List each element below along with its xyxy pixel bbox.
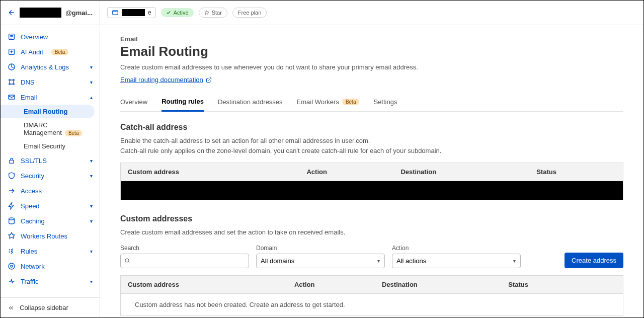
chevron-down-icon: ▾: [90, 64, 93, 70]
sidebar: @gmai... OverviewAI AuditBetaAnalytics &…: [1, 1, 100, 317]
sidebar-item-speed[interactable]: Speed▾: [1, 198, 100, 213]
email-icon: [8, 93, 16, 101]
sidebar-item-traffic[interactable]: Traffic▾: [1, 274, 100, 289]
svg-point-4: [13, 80, 15, 81]
network-icon: [8, 262, 16, 270]
external-link-icon: [206, 77, 212, 83]
sidebar-item-ssl-tls[interactable]: SSL/TLS▾: [1, 153, 100, 168]
domain-redacted: [122, 9, 145, 16]
sidebar-item-workers-routes[interactable]: Workers Routes: [1, 228, 100, 244]
tabs: OverviewRouting rulesDestination address…: [120, 93, 623, 112]
chevron-down-icon: ▾: [90, 279, 93, 284]
sidebar-item-access[interactable]: Access: [1, 183, 100, 198]
col-action: Action: [287, 275, 375, 293]
chevron-down-icon: ▾: [90, 203, 93, 209]
analytics-logs-icon: [8, 63, 16, 71]
plan-pill[interactable]: Free plan: [232, 8, 267, 18]
status-active-pill: Active: [161, 8, 194, 17]
col-destination: Destination: [393, 163, 529, 181]
ssl-tls-icon: [8, 156, 16, 165]
speed-icon: [8, 202, 16, 210]
svg-rect-12: [113, 11, 118, 15]
account-redacted: [20, 8, 61, 18]
col-status: Status: [529, 163, 623, 181]
svg-point-10: [11, 265, 13, 267]
sidebar-item-caching[interactable]: Caching▾: [1, 213, 100, 228]
ai-audit-icon: [8, 48, 16, 56]
security-icon: [8, 172, 16, 180]
sidebar-item-email[interactable]: Email▴: [1, 90, 100, 105]
sidebar-item-network[interactable]: Network: [1, 259, 100, 274]
svg-point-3: [9, 80, 11, 81]
domain-chip[interactable]: e: [107, 7, 156, 18]
svg-point-5: [9, 84, 11, 85]
catchall-heading: Catch-all address: [120, 123, 623, 132]
col-status: Status: [501, 275, 588, 293]
catchall-desc: Enable the catch-all address to set an a…: [120, 136, 623, 155]
col-custom-address: Custom address: [121, 275, 287, 293]
sidebar-item-rules[interactable]: Rules▾: [1, 244, 100, 259]
domain-select[interactable]: All domains: [256, 254, 385, 268]
collapse-sidebar[interactable]: Collapse sidebar: [1, 297, 100, 317]
search-icon: [124, 258, 130, 264]
sidebar-item-ai-audit[interactable]: AI AuditBeta: [1, 44, 100, 59]
beta-badge: Beta: [342, 99, 360, 105]
custom-empty-row: Custom address has not been created. Cre…: [121, 293, 623, 315]
chevron-down-icon: ▾: [90, 249, 93, 254]
back-arrow-icon[interactable]: [8, 9, 16, 17]
rules-icon: [8, 247, 16, 255]
custom-desc: Create custom email addresses and set th…: [120, 227, 623, 237]
action-select[interactable]: All actions: [392, 254, 521, 268]
beta-badge: Beta: [51, 49, 69, 55]
tab-routing-rules[interactable]: Routing rules: [162, 93, 204, 112]
svg-point-9: [9, 218, 15, 220]
sidebar-subitem-email-security[interactable]: Email Security: [1, 139, 100, 153]
content: Email Email Routing Create custom email …: [100, 25, 643, 317]
chevron-down-icon: ▾: [90, 80, 93, 85]
workers-routes-icon: [8, 232, 16, 240]
chevron-down-icon: ▾: [90, 218, 93, 224]
beta-badge: Beta: [65, 130, 83, 136]
tab-email-workers[interactable]: Email WorkersBeta: [297, 93, 360, 111]
col-actions: [588, 275, 623, 293]
tab-destination-addresses[interactable]: Destination addresses: [218, 93, 283, 111]
caching-icon: [8, 217, 16, 225]
star-pill[interactable]: Star: [199, 8, 227, 18]
sidebar-item-dns[interactable]: DNS▾: [1, 74, 100, 90]
chevron-down-icon: ▾: [90, 158, 93, 164]
svg-point-6: [13, 84, 15, 85]
breadcrumb: Email: [120, 35, 623, 43]
create-address-button[interactable]: Create address: [565, 253, 623, 268]
documentation-link[interactable]: Email routing documentation: [120, 76, 212, 84]
catchall-row-redacted: [121, 181, 623, 200]
search-label: Search: [120, 245, 249, 252]
dns-icon: [8, 78, 16, 86]
svg-marker-13: [204, 11, 208, 15]
tab-overview[interactable]: Overview: [120, 93, 147, 111]
filters: Search Domain All domains Action: [120, 245, 623, 268]
main: e Active Star Free plan Email Email Rout…: [100, 1, 643, 317]
col-action: Action: [299, 163, 393, 181]
page-title: Email Routing: [120, 44, 623, 59]
sidebar-item-analytics-logs[interactable]: Analytics & Logs▾: [1, 59, 100, 74]
catchall-table: Custom addressActionDestinationStatus: [120, 163, 623, 200]
search-input[interactable]: [120, 254, 249, 268]
overview-icon: [8, 33, 16, 41]
svg-point-11: [9, 263, 15, 269]
col-destination: Destination: [375, 275, 501, 293]
col-custom-address: Custom address: [121, 163, 300, 181]
traffic-icon: [8, 277, 16, 285]
sidebar-subitem-email-routing[interactable]: Email Routing: [1, 105, 95, 118]
sidebar-item-overview[interactable]: Overview: [1, 29, 100, 44]
tab-settings[interactable]: Settings: [373, 93, 397, 111]
sidebar-item-security[interactable]: Security▾: [1, 168, 100, 183]
page-subtitle: Create custom email addresses to use whe…: [120, 63, 623, 71]
sidebar-nav: OverviewAI AuditBetaAnalytics & Logs▾DNS…: [1, 25, 100, 297]
access-icon: [8, 187, 16, 195]
svg-point-14: [125, 259, 129, 262]
sidebar-subitem-dmarc-management[interactable]: DMARC ManagementBeta: [1, 118, 100, 139]
action-label: Action: [392, 245, 521, 252]
globe-icon: [112, 9, 119, 16]
chevron-up-icon: ▴: [90, 95, 93, 100]
star-icon: [204, 10, 209, 15]
